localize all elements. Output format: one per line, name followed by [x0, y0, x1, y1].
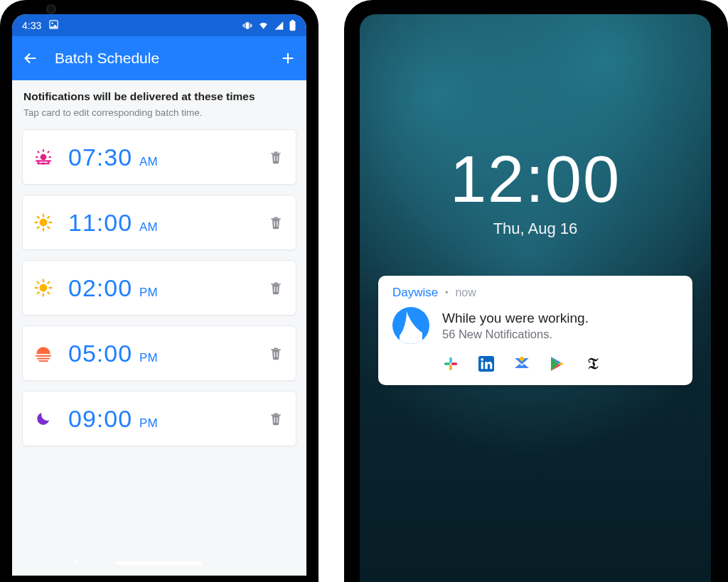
lock-time: 12:00 — [360, 142, 711, 217]
svg-rect-14 — [36, 160, 51, 161]
vibrate-icon — [242, 21, 253, 31]
svg-point-1 — [52, 22, 54, 24]
svg-point-29 — [40, 284, 48, 292]
sunrise-icon — [34, 148, 53, 166]
time-hours: 11:00 — [68, 209, 132, 237]
svg-rect-49 — [449, 365, 452, 370]
phone-frame-right: 12:00 Thu, Aug 16 Daywise • now While yo… — [344, 0, 728, 582]
status-bar: 4:33 — [12, 14, 306, 36]
signal-icon — [274, 21, 284, 31]
time-card[interactable]: 05:00PM — [22, 325, 296, 381]
intro-section: Notifications will be delivered at these… — [12, 80, 306, 122]
svg-rect-48 — [444, 362, 450, 365]
svg-rect-16 — [274, 156, 275, 161]
svg-line-24 — [48, 227, 49, 228]
time-hours: 09:00 — [68, 405, 132, 433]
time-cards-list: 07:30AM11:00AM02:00PM05:00PM09:00PM — [12, 122, 306, 453]
intro-subheading: Tap card to edit corresponding batch tim… — [23, 107, 295, 118]
delete-button[interactable] — [267, 214, 284, 231]
svg-rect-39 — [277, 286, 277, 292]
svg-rect-52 — [481, 362, 483, 369]
image-icon — [48, 19, 59, 32]
notification-app-name: Daywise — [392, 286, 438, 300]
notification-card[interactable]: Daywise • now While you were working. 56… — [378, 276, 692, 385]
sun-icon — [34, 279, 53, 297]
slack-icon — [442, 355, 459, 372]
svg-rect-17 — [277, 156, 277, 161]
svg-point-18 — [40, 219, 48, 227]
svg-rect-41 — [37, 358, 49, 360]
moon-icon — [34, 409, 53, 428]
svg-rect-38 — [274, 286, 275, 292]
sun-icon — [34, 213, 53, 232]
wifi-icon — [257, 21, 269, 31]
time-value: 07:30AM — [68, 144, 267, 171]
svg-rect-2 — [246, 22, 250, 28]
time-value: 05:00PM — [68, 340, 267, 367]
time-card[interactable]: 11:00AM — [22, 195, 296, 250]
nav-back-icon[interactable] — [73, 556, 82, 569]
svg-line-26 — [48, 217, 49, 218]
svg-line-37 — [48, 282, 49, 284]
battery-icon — [289, 20, 296, 31]
svg-line-13 — [48, 151, 49, 153]
back-button[interactable] — [22, 50, 39, 67]
time-value: 11:00AM — [68, 209, 267, 237]
time-value: 09:00PM — [68, 405, 267, 433]
notification-time: now — [455, 286, 476, 299]
svg-rect-40 — [36, 355, 51, 357]
phone-frame-left: 4:33 — [0, 0, 318, 582]
svg-rect-27 — [274, 221, 275, 227]
time-ampm: AM — [139, 155, 158, 169]
svg-line-23 — [38, 217, 39, 218]
svg-point-5 — [41, 154, 47, 161]
play-store-icon — [549, 355, 566, 372]
lock-date: Thu, Aug 16 — [360, 220, 711, 238]
delete-button[interactable] — [267, 345, 284, 362]
add-button[interactable] — [279, 50, 296, 67]
app-bar-title: Batch Schedule — [55, 50, 264, 67]
time-value: 02:00PM — [68, 274, 267, 302]
svg-line-35 — [48, 292, 49, 293]
svg-line-10 — [38, 151, 39, 153]
screen-lockscreen: 12:00 Thu, Aug 16 Daywise • now While yo… — [360, 14, 711, 582]
notification-source-apps: 𝔗 — [442, 355, 678, 372]
svg-rect-47 — [449, 357, 452, 363]
time-card[interactable]: 02:00PM — [22, 260, 296, 316]
delete-button[interactable] — [267, 279, 284, 296]
nyt-icon: 𝔗 — [584, 355, 601, 372]
time-hours: 05:00 — [68, 340, 132, 367]
notification-app-icon — [392, 307, 429, 344]
svg-rect-4 — [291, 20, 294, 21]
lock-clock: 12:00 Thu, Aug 16 — [360, 142, 711, 238]
intro-heading: Notifications will be delivered at these… — [23, 90, 295, 103]
notification-title: While you were working. — [442, 311, 589, 326]
delete-button[interactable] — [267, 410, 284, 427]
sunset-icon — [34, 344, 53, 362]
time-card[interactable]: 09:00PM — [22, 391, 296, 446]
svg-rect-15 — [37, 163, 49, 164]
svg-line-34 — [38, 282, 39, 284]
time-hours: 07:30 — [68, 144, 132, 171]
svg-rect-42 — [39, 360, 48, 362]
svg-rect-28 — [277, 221, 277, 227]
time-hours: 02:00 — [68, 274, 132, 302]
svg-rect-46 — [277, 417, 277, 423]
android-nav-bar — [12, 550, 306, 576]
inbox-icon — [513, 355, 530, 372]
notification-subtitle: 56 New Notifications. — [442, 328, 589, 341]
time-ampm: AM — [139, 220, 158, 235]
time-card[interactable]: 07:30AM — [22, 129, 296, 185]
time-ampm: PM — [139, 416, 158, 431]
front-camera — [46, 4, 56, 14]
nav-home-pill[interactable] — [117, 561, 202, 565]
separator-dot: • — [445, 288, 448, 298]
delete-button[interactable] — [267, 149, 284, 166]
svg-rect-50 — [451, 362, 457, 365]
svg-rect-43 — [274, 352, 275, 357]
svg-rect-44 — [277, 352, 277, 357]
svg-point-53 — [481, 358, 483, 361]
time-ampm: PM — [139, 286, 158, 300]
svg-line-36 — [38, 292, 39, 293]
svg-rect-45 — [274, 417, 275, 423]
